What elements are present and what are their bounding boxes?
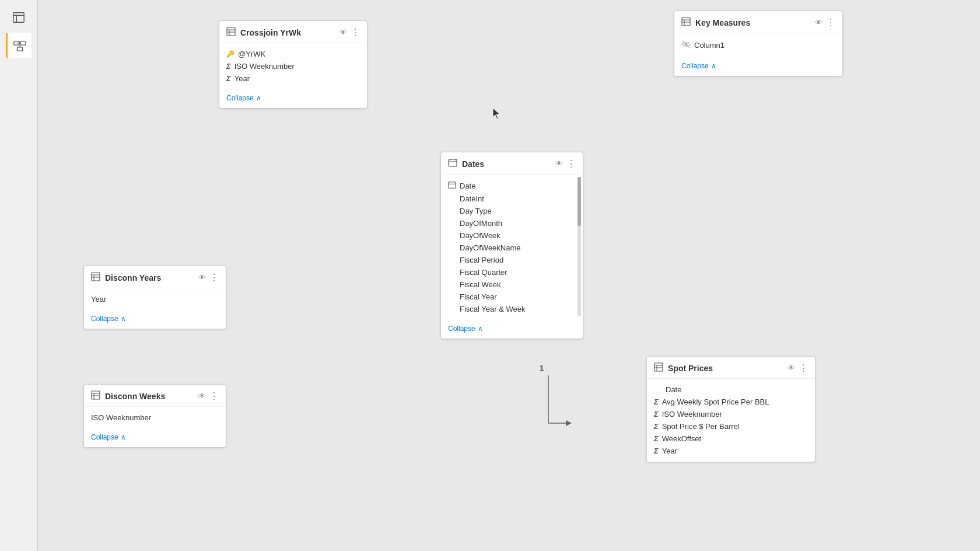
- dates-eye-icon[interactable]: 👁: [555, 159, 563, 168]
- disconn-weeks-title-text: Disconn Weeks: [105, 392, 165, 401]
- field-yrrwk: 🔑 @YrWK: [226, 48, 360, 60]
- disconn-years-eye-icon[interactable]: 👁: [198, 273, 206, 282]
- disconn-weeks-collapse[interactable]: Collapse ∧: [84, 428, 226, 447]
- field-column1-label: Column1: [694, 41, 724, 50]
- crossjoin-collapse-chevron: ∧: [256, 94, 261, 102]
- field-avg-weekly-label: Avg Weekly Spot Price Per BBL: [662, 397, 769, 406]
- svg-rect-18: [92, 391, 100, 399]
- column1-eye-strike-icon: [681, 40, 691, 51]
- field-dateint: DateInt: [448, 193, 572, 205]
- svg-rect-14: [92, 273, 100, 281]
- field-iso-sp: Σ ISO Weeknumber: [654, 408, 808, 420]
- crossjoin-body: 🔑 @YrWK Σ ISO Weeknumber Σ Year: [219, 43, 367, 89]
- field-iso-disconn-label: ISO Weeknumber: [91, 413, 151, 422]
- spot-prices-title: Spot Prices: [654, 362, 713, 374]
- spot-prices-body: Date Σ Avg Weekly Spot Price Per BBL Σ I…: [647, 379, 815, 462]
- field-fiscal-week-label: Fiscal Week: [460, 280, 501, 289]
- field-weekoffset: Σ WeekOffset: [654, 433, 808, 445]
- disconn-years-title: Disconn Years: [91, 272, 161, 283]
- svg-rect-36: [654, 363, 663, 371]
- svg-marker-40: [493, 108, 500, 119]
- dates-collapse-label: Collapse: [448, 325, 475, 333]
- field-key-icon: 🔑: [226, 50, 235, 58]
- field-daytype-label: Day Type: [460, 207, 492, 215]
- field-iso-sp-label: ISO Weeknumber: [662, 410, 722, 419]
- crossjoin-eye-icon[interactable]: 👁: [340, 28, 347, 37]
- field-fiscal-period: Fiscal Period: [448, 254, 572, 266]
- relationship-label-1: 1: [540, 364, 544, 372]
- date-key-icon: [448, 181, 456, 191]
- field-dayofmonth-label: DayOfMonth: [460, 219, 502, 228]
- relationship-arrow: [566, 420, 572, 426]
- disconn-years-dots-icon[interactable]: ⋮: [209, 273, 219, 283]
- dates-dots-icon[interactable]: ⋮: [566, 159, 576, 169]
- disconn-years-card: Disconn Years 👁 ⋮ Year Collapse ∧: [83, 266, 226, 329]
- field-fiscal-year-label: Fiscal Year: [460, 292, 497, 301]
- sigma-icon-1: Σ: [226, 62, 231, 71]
- field-fiscal-year-week: Fiscal Year & Week: [448, 303, 572, 315]
- disconn-weeks-collapse-chevron: ∧: [121, 433, 126, 441]
- crossjoin-actions: 👁 ⋮: [340, 28, 360, 37]
- svg-rect-5: [17, 47, 22, 51]
- disconn-weeks-actions: 👁 ⋮: [198, 392, 219, 401]
- crossjoin-dots-icon[interactable]: ⋮: [351, 28, 360, 37]
- field-year-1: Σ Year: [226, 72, 360, 85]
- field-iso-disconn: ISO Weeknumber: [91, 411, 219, 424]
- key-measures-eye-icon[interactable]: 👁: [815, 18, 822, 27]
- spot-prices-eye-icon[interactable]: 👁: [788, 364, 795, 372]
- field-date-label: Date: [460, 182, 475, 190]
- dates-card: Dates 👁 ⋮ Date DateInt Day Type: [440, 152, 583, 339]
- field-dayofweek: DayOfWeek: [448, 229, 572, 242]
- dates-title-text: Dates: [462, 159, 484, 169]
- disconn-years-collapse-chevron: ∧: [121, 315, 126, 323]
- field-spot-price: Σ Spot Price $ Per Barrel: [654, 420, 808, 433]
- key-measures-collapse[interactable]: Collapse ∧: [674, 57, 842, 76]
- field-year-sp: Σ Year: [654, 445, 808, 457]
- disconn-weeks-collapse-label: Collapse: [91, 433, 118, 441]
- dates-scrollbar[interactable]: [578, 177, 581, 316]
- crossjoin-table-icon: [226, 27, 236, 38]
- disconn-weeks-eye-icon[interactable]: 👁: [198, 392, 206, 400]
- crossjoin-card: Crossjoin YrWk 👁 ⋮ 🔑 @YrWK Σ ISO Weeknum…: [219, 20, 368, 109]
- canvas: 1 * Crossjoin YrWk 👁 ⋮ 🔑 @YrWK Σ: [38, 0, 980, 551]
- svg-rect-22: [449, 159, 457, 166]
- field-date-sp-label: Date: [666, 385, 681, 394]
- spot-prices-title-text: Spot Prices: [668, 364, 713, 373]
- spot-prices-table-icon: [654, 362, 663, 374]
- field-column1: Column1: [681, 38, 835, 53]
- dates-collapse-chevron: ∧: [478, 325, 483, 333]
- disconn-years-body: Year: [84, 288, 226, 310]
- field-yrrwk-label: @YrWK: [238, 50, 265, 58]
- sidebar-icon-table[interactable]: [6, 5, 32, 30]
- sidebar-icon-model[interactable]: [6, 33, 32, 58]
- disconn-years-header: Disconn Years 👁 ⋮: [84, 266, 226, 288]
- sidebar: [0, 0, 38, 551]
- field-date: Date: [448, 179, 572, 193]
- field-fiscal-year-week-label: Fiscal Year & Week: [460, 305, 525, 313]
- disconn-years-collapse[interactable]: Collapse ∧: [84, 310, 226, 329]
- key-measures-actions: 👁 ⋮: [815, 18, 835, 27]
- svg-rect-26: [449, 182, 456, 189]
- crossjoin-collapse-label: Collapse: [226, 94, 254, 102]
- disconn-weeks-title: Disconn Weeks: [91, 390, 165, 402]
- disconn-years-table-icon: [91, 272, 100, 283]
- key-measures-collapse-chevron: ∧: [711, 62, 716, 70]
- disconn-weeks-header: Disconn Weeks 👁 ⋮: [84, 385, 226, 407]
- svg-line-35: [682, 41, 690, 48]
- key-measures-card: Key Measures 👁 ⋮ Column1: [674, 11, 843, 76]
- dates-collapse[interactable]: Collapse ∧: [441, 320, 583, 339]
- field-iso-wk: Σ ISO Weeknumber: [226, 60, 360, 72]
- field-fiscal-quarter: Fiscal Quarter: [448, 266, 572, 278]
- field-fiscal-week: Fiscal Week: [448, 278, 572, 291]
- field-spot-price-label: Spot Price $ Per Barrel: [662, 422, 740, 431]
- disconn-weeks-dots-icon[interactable]: ⋮: [209, 392, 219, 401]
- sigma-weekoffset: Σ: [654, 434, 659, 443]
- key-measures-body: Column1: [674, 33, 842, 57]
- dates-actions: 👁 ⋮: [555, 159, 576, 169]
- spot-prices-dots-icon[interactable]: ⋮: [799, 364, 808, 373]
- crossjoin-collapse[interactable]: Collapse ∧: [219, 89, 367, 108]
- field-dayofweek-label: DayOfWeek: [460, 231, 501, 240]
- sigma-icon-2: Σ: [226, 74, 231, 83]
- key-measures-dots-icon[interactable]: ⋮: [826, 18, 835, 27]
- dates-scrollbar-thumb: [578, 177, 581, 226]
